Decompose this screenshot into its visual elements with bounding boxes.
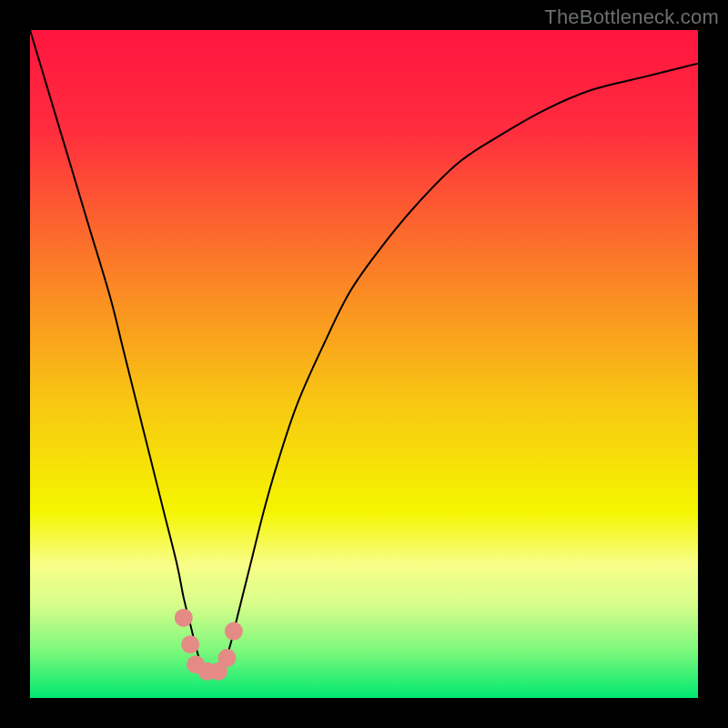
highlight-dot (225, 622, 243, 641)
gradient-background (30, 30, 698, 698)
chart-frame: TheBottleneck.com (0, 0, 728, 728)
watermark-text: TheBottleneck.com (544, 5, 719, 29)
plot-area (30, 30, 698, 698)
highlight-dot (181, 635, 199, 653)
highlight-dot (218, 649, 237, 667)
chart-svg (30, 30, 698, 698)
highlight-dot (175, 609, 193, 627)
